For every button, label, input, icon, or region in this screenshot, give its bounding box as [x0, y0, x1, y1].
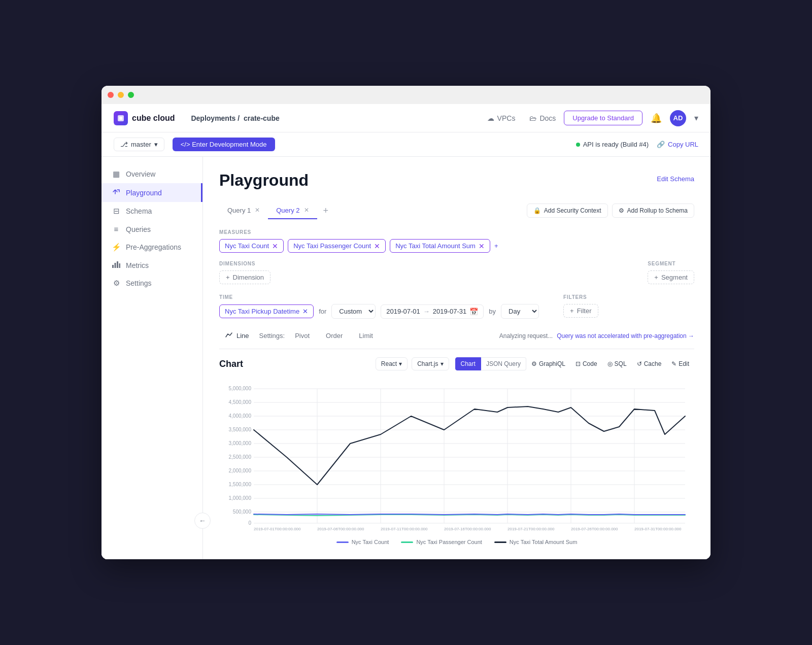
add-dimension-button[interactable]: + Dimension — [219, 270, 270, 284]
avatar-chevron-icon[interactable]: ▾ — [694, 113, 698, 123]
tab-query2[interactable]: Query 2 ✕ — [268, 202, 317, 219]
sql-icon: ◎ — [607, 360, 613, 367]
svg-text:0: 0 — [248, 520, 251, 526]
sidebar-item-schema[interactable]: ⊟ Schema — [101, 202, 202, 220]
close-window-btn[interactable] — [108, 92, 114, 98]
app-window: cube cloud Deployments / crate-cube ☁ VP… — [101, 86, 710, 559]
cache-action[interactable]: ↺ Cache — [632, 358, 667, 370]
add-security-context-button[interactable]: 🔒 Add Security Context — [527, 203, 608, 218]
branch-selector[interactable]: ⎇ master ▾ — [114, 138, 164, 151]
sidebar-collapse-button[interactable]: ← — [194, 513, 211, 529]
viz-tab-pivot[interactable]: Pivot — [289, 329, 316, 343]
measure-chip-2-remove-icon[interactable]: ✕ — [479, 243, 485, 250]
sidebar-item-metrics[interactable]: Metrics — [101, 256, 202, 274]
view-tab-chart[interactable]: Chart — [455, 357, 481, 370]
chart-svg-area: 5,000,000 4,500,000 4,000,000 3,500,000 … — [219, 379, 694, 533]
sidebar-item-queries[interactable]: ≡ Queries — [101, 220, 202, 238]
query-action-buttons: 🔒 Add Security Context ⚙ Add Rollup to S… — [527, 203, 694, 218]
chart-header: Chart React ▾ Chart.js ▾ — [219, 357, 694, 370]
edit-action[interactable]: ✎ Edit — [666, 358, 694, 370]
add-measure-button[interactable]: + — [494, 242, 498, 250]
sidebar-item-settings[interactable]: ⚙ Settings — [101, 274, 202, 292]
cloud-icon: ☁ — [487, 114, 494, 122]
maximize-window-btn[interactable] — [128, 92, 134, 98]
viz-tab-line[interactable]: Line — [219, 329, 255, 343]
overview-icon: ▦ — [112, 169, 121, 179]
edit-schema-button[interactable]: Edit Schema — [657, 175, 694, 183]
tab-query2-label: Query 2 — [276, 207, 299, 214]
logo[interactable]: cube cloud — [114, 111, 175, 125]
legend-color-amount — [494, 541, 506, 543]
query-tabs-bar: Query 1 ✕ Query 2 ✕ + 🔒 Add Security Con… — [219, 202, 694, 219]
sidebar-item-preagg-label: Pre-Aggregations — [126, 243, 181, 251]
svg-text:2,000,000: 2,000,000 — [229, 468, 252, 473]
pre-agg-link[interactable]: Query was not accelerated with pre-aggre… — [557, 332, 694, 340]
react-select[interactable]: React ▾ — [376, 357, 408, 370]
svg-rect-2 — [112, 265, 114, 268]
sidebar-item-playground[interactable]: Playground — [101, 183, 202, 202]
chart-legend: Nyc Taxi Count Nyc Taxi Passenger Count … — [219, 539, 694, 545]
nav-vpcs[interactable]: ☁ VPCs — [487, 114, 516, 122]
add-filter-button[interactable]: + Filter — [563, 304, 598, 318]
svg-text:5,000,000: 5,000,000 — [229, 386, 252, 391]
cache-icon: ↺ — [637, 360, 642, 367]
measure-chip-2[interactable]: Nyc Taxi Total Amount Sum ✕ — [390, 239, 490, 253]
react-label: React — [381, 360, 397, 367]
avatar[interactable]: AD — [670, 110, 686, 126]
graphiql-action[interactable]: ⚙ GraphiQL — [526, 358, 570, 370]
tab-query1[interactable]: Query 1 ✕ — [219, 202, 268, 219]
svg-rect-1 — [119, 117, 122, 120]
analyzing-status: Analyzing request... — [499, 332, 553, 340]
docs-icon: 🗁 — [529, 114, 536, 122]
time-chip-remove-icon[interactable]: ✕ — [302, 308, 308, 315]
dimensions-segment-row: DIMENSIONS + Dimension SEGMENT + Segment — [219, 261, 694, 284]
dev-mode-button[interactable]: </> Enter Development Mode — [173, 138, 275, 151]
svg-text:4,000,000: 4,000,000 — [229, 413, 252, 419]
add-rollup-label: Add Rollup to Schema — [627, 207, 688, 214]
time-dimension-chip[interactable]: Nyc Taxi Pickup Datetime ✕ — [219, 304, 314, 318]
code-action[interactable]: ⊡ Code — [570, 358, 602, 370]
line-chart-svg: 5,000,000 4,500,000 4,000,000 3,500,000 … — [219, 379, 694, 531]
react-chevron-icon: ▾ — [399, 360, 402, 367]
add-segment-button[interactable]: + Segment — [648, 270, 694, 284]
collapse-arrow-icon: ← — [199, 517, 206, 525]
breadcrumb-prefix: Deployments / — [191, 114, 240, 122]
svg-text:1,000,000: 1,000,000 — [229, 495, 252, 501]
copy-url-button[interactable]: 🔗 Copy URL — [657, 141, 698, 148]
notifications-bell-icon[interactable]: 🔔 — [651, 113, 662, 124]
metrics-icon — [112, 261, 121, 269]
viz-tab-order[interactable]: Order — [320, 329, 349, 343]
chart-controls: React ▾ Chart.js ▾ Chart JSON Query — [376, 357, 694, 370]
minimize-window-btn[interactable] — [118, 92, 124, 98]
viz-tab-limit[interactable]: Limit — [353, 329, 379, 343]
sub-navigation: ⎇ master ▾ </> Enter Development Mode AP… — [101, 132, 710, 157]
measures-label: MEASURES — [219, 229, 694, 235]
add-rollup-button[interactable]: ⚙ Add Rollup to Schema — [612, 203, 694, 218]
tab-query2-close-icon[interactable]: ✕ — [304, 207, 309, 214]
chartjs-select[interactable]: Chart.js ▾ — [412, 357, 449, 370]
page-title: Playground — [219, 171, 309, 190]
svg-rect-4 — [117, 261, 118, 268]
view-tab-json-query[interactable]: JSON Query — [481, 357, 526, 370]
add-tab-button[interactable]: + — [317, 202, 335, 219]
sql-action[interactable]: ◎ SQL — [602, 358, 632, 370]
viz-tab-pivot-label: Pivot — [295, 332, 310, 340]
sidebar-item-pre-aggregations[interactable]: ⚡ Pre-Aggregations — [101, 238, 202, 256]
viz-tab-line-label: Line — [236, 332, 249, 340]
app-body: ▦ Overview Playground ⊟ Schema ≡ Queries — [101, 157, 710, 559]
day-granularity-select[interactable]: Day Hour Week — [501, 304, 539, 319]
date-range-picker[interactable]: 2019-07-01 → 2019-07-31 📅 — [381, 304, 484, 319]
add-filter-label: Filter — [577, 307, 592, 315]
measure-chip-0-remove-icon[interactable]: ✕ — [272, 243, 278, 250]
measure-chip-1-remove-icon[interactable]: ✕ — [374, 243, 380, 250]
edit-icon: ✎ — [671, 360, 676, 367]
measure-chip-1-label: Nyc Taxi Passenger Count — [293, 242, 371, 250]
segment-plus-icon: + — [654, 274, 658, 281]
measure-chip-1[interactable]: Nyc Taxi Passenger Count ✕ — [288, 239, 386, 253]
granularity-select[interactable]: Custom Day Week Month — [331, 304, 376, 319]
measure-chip-0[interactable]: Nyc Taxi Count ✕ — [219, 239, 284, 253]
tab-query1-close-icon[interactable]: ✕ — [255, 207, 260, 214]
nav-docs[interactable]: 🗁 Docs — [529, 114, 556, 122]
sidebar-item-overview[interactable]: ▦ Overview — [101, 165, 202, 183]
upgrade-button[interactable]: Upgrade to Standard — [564, 111, 642, 125]
